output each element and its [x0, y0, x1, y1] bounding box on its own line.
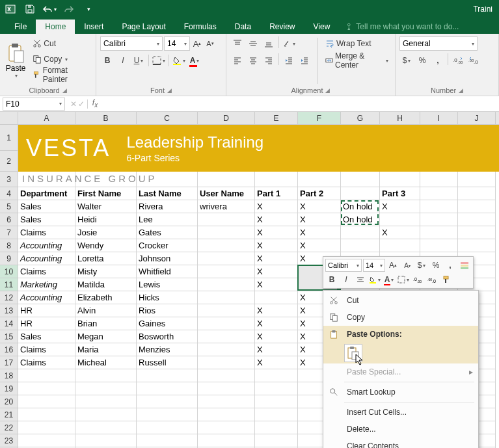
cell-C11[interactable]: Lewis [137, 278, 198, 291]
mini-align-icon[interactable] [354, 273, 367, 286]
row-header-14[interactable]: 14 [0, 317, 18, 330]
cell-C23[interactable] [137, 434, 198, 447]
cell-D20[interactable] [198, 395, 255, 408]
cell-B5[interactable]: Walter [75, 200, 137, 213]
qat-customize-icon[interactable]: ▾ [81, 2, 96, 16]
cell-B11[interactable]: Matilda [75, 278, 137, 291]
cell-E11[interactable]: X [255, 278, 298, 291]
col-header-I[interactable]: I [420, 112, 458, 124]
cell-E14[interactable]: X [255, 317, 298, 330]
align-top-icon[interactable] [230, 36, 245, 51]
align-middle-icon[interactable] [246, 36, 260, 51]
fill-color-button[interactable]: ▾ [172, 53, 186, 68]
row-header-7[interactable]: 7 [0, 226, 18, 239]
row-header-6[interactable]: 6 [0, 213, 18, 226]
align-right-icon[interactable] [262, 53, 276, 68]
mini-percent-icon[interactable]: % [429, 259, 442, 272]
cell-C19[interactable] [137, 382, 198, 395]
cell-D17[interactable] [198, 356, 255, 369]
cell-C8[interactable]: Crocker [137, 239, 198, 252]
col-header-H[interactable]: H [380, 112, 420, 124]
cell-B4[interactable]: First Name [75, 187, 137, 200]
row-header-5[interactable]: 5 [0, 200, 18, 213]
cell-F5[interactable]: X [298, 200, 341, 213]
cell-C13[interactable]: Rios [137, 304, 198, 317]
cell-D18[interactable] [198, 369, 255, 382]
row-header-1[interactable]: 1 [0, 125, 18, 151]
save-icon[interactable] [22, 2, 38, 16]
cell-B7[interactable]: Josie [75, 226, 137, 239]
cell-C17[interactable]: Russell [137, 356, 198, 369]
shrink-font-icon[interactable]: A▾ [204, 36, 216, 51]
mini-format-painter-icon[interactable] [440, 273, 453, 286]
cancel-entry-icon[interactable]: ✕ [70, 99, 77, 109]
mini-inc-decimal-icon[interactable]: .0.00 [411, 273, 424, 286]
row-header-18[interactable]: 18 [0, 369, 18, 382]
col-header-C[interactable]: C [137, 112, 198, 124]
cell-G8[interactable] [341, 239, 380, 252]
cell-D21[interactable] [198, 408, 255, 421]
cell-G7[interactable] [341, 226, 380, 239]
ctx-delete[interactable]: Delete... [323, 421, 478, 438]
cell-B6[interactable]: Heidi [75, 213, 137, 226]
cell-D16[interactable] [198, 343, 255, 356]
clipboard-launcher-icon[interactable]: ◢ [62, 87, 67, 94]
tell-me-search[interactable]: Tell me what you want to do... [339, 20, 465, 34]
cell-B18[interactable] [75, 369, 137, 382]
tab-view[interactable]: View [304, 20, 340, 34]
font-size-combo[interactable]: 14▾ [164, 36, 190, 51]
cell-B19[interactable] [75, 382, 137, 395]
cell-A23[interactable] [18, 434, 75, 447]
cell-B16[interactable]: Maria [75, 343, 137, 356]
cell-G6[interactable]: On hold [341, 213, 380, 226]
cell-H4[interactable]: Part 3 [380, 187, 420, 200]
cell-E16[interactable]: X [255, 343, 298, 356]
mini-conditional-icon[interactable] [458, 259, 471, 272]
mini-fill-icon[interactable]: ▾ [368, 273, 381, 286]
cell-A7[interactable]: Claims [18, 226, 75, 239]
cell-F8[interactable]: X [298, 239, 341, 252]
tab-formulas[interactable]: Formulas [175, 20, 226, 34]
accounting-format-icon[interactable]: $▾ [399, 53, 414, 68]
cell-J3[interactable] [458, 172, 496, 187]
cell-F3[interactable] [298, 172, 341, 187]
cell-E21[interactable] [255, 408, 298, 421]
number-launcher-icon[interactable]: ◢ [459, 87, 463, 94]
cell-J7[interactable] [458, 226, 496, 239]
cell-D22[interactable] [198, 421, 255, 434]
cell-D3[interactable] [198, 172, 255, 187]
col-header-G[interactable]: G [341, 112, 380, 124]
cell-A20[interactable] [18, 395, 75, 408]
cell-H8[interactable] [380, 239, 420, 252]
bold-button[interactable]: B [100, 53, 115, 68]
grow-font-icon[interactable]: A▴ [191, 36, 203, 51]
font-name-combo[interactable]: Calibri▾ [100, 36, 163, 51]
confirm-entry-icon[interactable]: ✓ [78, 99, 85, 109]
cell-E19[interactable] [255, 382, 298, 395]
row-header-2[interactable]: 2 [0, 151, 18, 172]
cell-E13[interactable]: X [255, 304, 298, 317]
underline-button[interactable]: U▾ [131, 53, 146, 68]
select-all-corner[interactable] [0, 112, 18, 124]
cell-C9[interactable]: Johnson [137, 252, 198, 265]
cut-button[interactable]: Cut [30, 36, 92, 51]
cell-E3[interactable] [255, 172, 298, 187]
mini-font-combo[interactable]: Calibri▾ [325, 259, 362, 272]
cell-A9[interactable]: Accounting [18, 252, 75, 265]
align-left-icon[interactable] [230, 53, 245, 68]
cell-I6[interactable] [420, 213, 458, 226]
row-header-16[interactable]: 16 [0, 343, 18, 356]
mini-dec-decimal-icon[interactable]: .00.0 [425, 273, 438, 286]
merge-center-button[interactable]: Merge & Center▾ [323, 53, 391, 68]
cell-D5[interactable]: wrivera [198, 200, 255, 213]
cell-D9[interactable] [198, 252, 255, 265]
cell-C15[interactable]: Bosworth [137, 330, 198, 343]
format-painter-button[interactable]: Format Painter [30, 68, 92, 82]
percent-format-icon[interactable]: % [415, 53, 429, 68]
cell-A5[interactable]: Sales [18, 200, 75, 213]
cell-J8[interactable] [458, 239, 496, 252]
cell-E22[interactable] [255, 421, 298, 434]
cell-H7[interactable]: X [380, 226, 420, 239]
cell-B14[interactable]: Brian [75, 317, 137, 330]
align-bottom-icon[interactable] [262, 36, 276, 51]
